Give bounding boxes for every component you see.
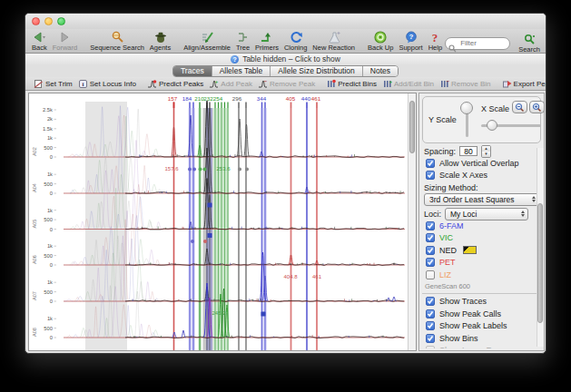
predict-bins-icon [326,79,336,89]
genescan-label: GeneScan 600 [422,281,541,291]
titlebar[interactable] [25,14,546,30]
desktop: BackForwardSequence SearchAgentsAlign/As… [0,0,571,392]
spacing-stepper[interactable]: ▲▼ [481,145,491,158]
trace-vertical-scrollbar[interactable] [408,93,416,350]
svg-text:0: 0 [50,262,53,268]
svg-text:184: 184 [182,95,192,102]
main-toolbar: BackForwardSequence SearchAgentsAlign/As… [25,29,546,54]
row-label-A05: A05 [32,220,37,229]
ned-dye-swatch [463,246,477,254]
selected-peak-marker[interactable] [208,203,212,208]
zoom-in-button[interactable] [529,101,545,113]
primers-label: Primers [255,44,279,52]
sizing-method-select[interactable]: 3rd Order Least Squares [424,193,539,206]
tab-traces[interactable]: Traces [173,66,212,76]
checkbox[interactable] [426,270,435,279]
remove-bin-button: −Remove Bin [437,79,494,89]
remove-peak-button: −Remove Peak [255,79,318,89]
set-trim-label: Set Trim [45,80,73,88]
agents-icon [154,30,167,44]
new-reaction-label: New Reaction [312,44,355,52]
sizing-method-value: 3rd Order Least Squares [429,195,515,204]
svg-text:232: 232 [203,95,213,102]
cloning-button[interactable]: Cloning [281,30,310,52]
checkbox[interactable] [426,221,435,230]
export-peaks-label: Export Peaks [514,80,546,88]
cloning-label: Cloning [284,44,307,52]
svg-text:1k: 1k [47,243,53,249]
svg-text:0: 0 [50,191,53,196]
support-button[interactable]: ?Support [396,30,425,52]
export-peaks-button[interactable]: Export Peaks [499,79,546,89]
add-peak-label: Add Peak [221,80,252,88]
peak-call-dot[interactable] [192,168,196,172]
tree-icon [236,30,249,44]
filter-field[interactable] [445,37,510,50]
checkbox[interactable] [426,171,435,180]
trace-panel: 1571842102322542963444054404612.5k2k1.5k… [28,93,417,351]
banner-text: Table hidden – Click to show [242,54,340,64]
svg-text:+: + [215,79,219,84]
loci-select[interactable]: My Loci [445,208,528,220]
checkbox[interactable] [426,297,435,306]
filter-input[interactable] [458,38,509,48]
back-up-button[interactable]: Back Up [365,30,396,52]
peak-call-dot[interactable] [203,240,207,243]
checkbox[interactable] [426,159,435,168]
sequence-search-button[interactable]: Sequence Search [87,30,147,52]
minimize-button[interactable] [44,17,53,25]
checkbox[interactable] [426,309,435,318]
svg-text:1k: 1k [47,316,53,321]
panel-scrollbar-thumb[interactable] [537,203,543,322]
primers-button[interactable]: Primers [252,30,281,52]
peak-call-dot[interactable] [203,168,207,172]
option-show-traces: Show Traces [422,296,541,309]
x-scale-thumb[interactable] [487,120,497,131]
traces-plot[interactable]: 1571842102322542963444054404612.5k2k1.5k… [29,93,408,350]
predict-bins-button[interactable]: Predict Bins [323,79,379,89]
spacing-input[interactable] [459,146,477,156]
options-list: Spacing:▲▼Allow Vertical OverlapScale X … [422,145,541,348]
tab-alleles-table[interactable]: Alleles Table [212,66,271,76]
tree-button[interactable]: Tree [233,30,252,52]
svg-text:0: 0 [50,299,53,304]
peak-call-dot[interactable] [191,240,194,243]
peak-call-dot[interactable] [188,168,192,172]
panel-scrollbar[interactable] [537,148,544,347]
peak-call-dot[interactable] [245,168,249,172]
zoom-out-button[interactable] [512,101,527,113]
selected-peak-marker[interactable] [261,312,266,317]
svg-text:+: + [389,79,392,84]
new-reaction-button[interactable]: New Reaction [310,30,358,52]
peak-call-dot[interactable] [238,168,241,172]
predict-peaks-icon [147,79,157,89]
checkbox[interactable] [426,246,435,255]
agents-button[interactable]: Agents [147,30,173,52]
checkbox[interactable] [426,233,435,242]
set-locus-info-button[interactable]: iSet Locus Info [75,79,139,89]
checkbox[interactable] [426,334,435,343]
dye-row-liz: LIZ [422,269,541,281]
svg-text:−: − [264,79,268,84]
row-label-A06: A06 [32,255,37,264]
support-icon: ? [405,30,418,44]
svg-text:2k: 2k [47,116,53,122]
align-assemble-button[interactable]: Align/Assemble [181,30,233,52]
selected-peak-marker[interactable] [208,233,212,238]
y-scale-thumb[interactable] [460,102,473,114]
zoom-button[interactable] [57,17,65,25]
checkbox[interactable] [426,321,435,330]
back-button[interactable]: Back [29,30,50,52]
svg-text:1.5k: 1.5k [43,126,53,132]
svg-text:500: 500 [44,217,53,222]
tab-allele-size-distribution[interactable]: Allele Size Distribution [271,66,363,76]
help-button[interactable]: ?Help [426,30,445,52]
set-trim-button[interactable]: Set Trim [31,79,75,89]
search-button[interactable]: Search [516,33,543,54]
checkbox[interactable] [426,258,435,267]
peak-call-dot[interactable] [199,168,202,172]
scrollbar-thumb[interactable] [409,101,415,153]
predict-peaks-button[interactable]: Predict Peaks [144,79,206,89]
tab-notes[interactable]: Notes [363,66,398,76]
close-button[interactable] [32,17,40,25]
